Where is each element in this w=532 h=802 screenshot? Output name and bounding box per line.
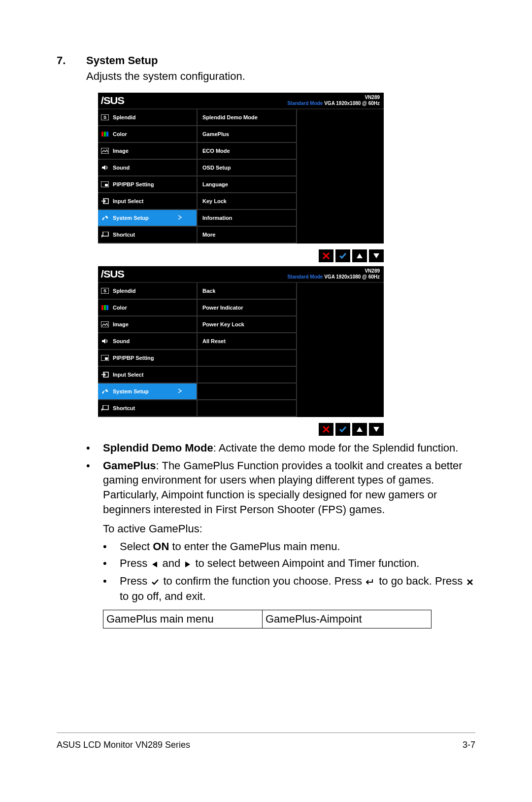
submenu-item-language: Language bbox=[198, 176, 296, 193]
menu-item-label: Shortcut bbox=[113, 232, 135, 238]
svg-rect-2 bbox=[101, 132, 103, 137]
menu-item-input-select: Input Select bbox=[98, 193, 197, 210]
submenu-item-empty bbox=[198, 384, 296, 400]
asus-logo: /SUS bbox=[101, 269, 124, 280]
close-icon bbox=[319, 249, 333, 262]
menu-item-image: Image bbox=[98, 316, 197, 333]
svg-text:S: S bbox=[103, 115, 106, 120]
svg-rect-7 bbox=[105, 184, 108, 186]
submenu-item-more: More bbox=[198, 227, 296, 244]
submenu-item-all-reset: All Reset bbox=[198, 333, 296, 350]
submenu-item-gameplus: GamePlus bbox=[198, 126, 296, 143]
chevron-right-icon bbox=[178, 388, 182, 394]
submenu-item-splendid-demo-mode: Splendid Demo Mode bbox=[198, 109, 296, 126]
osd-nav-buttons bbox=[98, 423, 384, 436]
menu-item-shortcut: Shortcut bbox=[98, 400, 197, 417]
submenu-item-eco-mode: ECO Mode bbox=[198, 143, 296, 160]
right-arrow-icon bbox=[184, 557, 191, 572]
s-icon: S bbox=[101, 288, 109, 294]
menu-item-color: Color bbox=[98, 126, 197, 143]
sound-icon bbox=[101, 338, 109, 344]
menu-item-label: Image bbox=[113, 148, 129, 154]
svg-rect-21 bbox=[103, 405, 108, 410]
footer-right: 3-7 bbox=[463, 740, 475, 750]
color-icon bbox=[101, 305, 109, 311]
input-icon bbox=[101, 372, 109, 378]
menu-item-label: Input Select bbox=[113, 198, 143, 204]
menu-item-label: PIP/PBP Setting bbox=[113, 181, 154, 187]
sound-icon bbox=[101, 165, 109, 171]
menu-item-label: Color bbox=[113, 305, 127, 311]
page-footer: ASUS LCD Monitor VN289 Series 3-7 bbox=[57, 732, 475, 750]
section-description: Adjusts the system configuration. bbox=[86, 70, 475, 83]
s-icon: S bbox=[101, 114, 109, 120]
back-icon bbox=[366, 575, 375, 590]
svg-rect-13 bbox=[101, 305, 103, 310]
pip-icon bbox=[101, 181, 109, 187]
color-icon bbox=[101, 131, 109, 137]
menu-item-label: Splendid bbox=[113, 114, 135, 120]
menu-item-label: System Setup bbox=[113, 215, 149, 221]
up-icon bbox=[352, 423, 367, 436]
submenu-item-empty bbox=[198, 400, 296, 417]
osd-header-info: VN289 Standard Mode VGA 1920x1080 @ 60Hz bbox=[287, 268, 380, 280]
shortcut-icon bbox=[101, 232, 109, 238]
menu-item-sound: Sound bbox=[98, 333, 197, 350]
check-icon bbox=[151, 575, 159, 590]
shortcut-icon bbox=[101, 405, 109, 411]
submenu-item-back: Back bbox=[198, 283, 296, 300]
svg-rect-18 bbox=[105, 357, 108, 360]
osd-screenshot-1: /SUS VN289 Standard Mode VGA 1920x1080 @… bbox=[98, 93, 475, 262]
setup-icon bbox=[101, 388, 109, 394]
down-icon bbox=[369, 423, 384, 436]
table-cell-main-menu: GamePlus main menu bbox=[103, 610, 263, 628]
pip-icon bbox=[101, 355, 109, 361]
menu-item-color: Color bbox=[98, 300, 197, 316]
gameplus-table: GamePlus main menu GamePlus-Aimpoint bbox=[103, 610, 432, 628]
menu-item-pip-pbp-setting: PIP/PBP Setting bbox=[98, 350, 197, 367]
svg-rect-3 bbox=[104, 132, 106, 137]
close-icon bbox=[319, 423, 333, 436]
submenu-item-key-lock: Key Lock bbox=[198, 193, 296, 210]
menu-item-pip-pbp-setting: PIP/PBP Setting bbox=[98, 176, 197, 193]
svg-text:S: S bbox=[103, 288, 106, 293]
check-icon bbox=[335, 423, 350, 436]
osd-header-info: VN289 Standard Mode VGA 1920x1080 @ 60Hz bbox=[287, 95, 380, 106]
menu-item-label: PIP/PBP Setting bbox=[113, 355, 154, 361]
submenu-item-power-indicator: Power Indicator bbox=[198, 300, 296, 316]
menu-item-label: Sound bbox=[113, 338, 130, 344]
svg-rect-5 bbox=[101, 148, 109, 154]
sub-bullet-press-arrows: • Press and to select between Aimpoint a… bbox=[103, 556, 475, 572]
asus-logo: /SUS bbox=[101, 95, 124, 106]
svg-rect-16 bbox=[101, 321, 109, 327]
section-number: 7. bbox=[57, 54, 86, 67]
up-icon bbox=[352, 249, 367, 262]
svg-rect-10 bbox=[103, 232, 108, 236]
model-label: VN289 bbox=[287, 95, 380, 101]
svg-point-20 bbox=[102, 392, 104, 394]
section-heading: 7. System Setup bbox=[57, 54, 475, 67]
submenu-item-osd-setup: OSD Setup bbox=[198, 160, 296, 176]
section-title: System Setup bbox=[86, 54, 158, 67]
setup-icon bbox=[101, 215, 109, 221]
gameplus-intro: To active GamePlus: bbox=[103, 522, 475, 536]
sub-bullet-select-on: • Select ON to enter the GamePlus main m… bbox=[103, 539, 475, 554]
menu-item-label: Color bbox=[113, 131, 127, 137]
footer-left: ASUS LCD Monitor VN289 Series bbox=[57, 740, 190, 750]
bullet-gameplus: • GamePlus: The GamePlus Function provid… bbox=[86, 458, 475, 517]
sub-bullet-press-confirm: • Press to confirm the function you choo… bbox=[103, 574, 475, 604]
menu-item-label: Shortcut bbox=[113, 405, 135, 411]
menu-item-shortcut: Shortcut bbox=[98, 227, 197, 244]
menu-item-sound: Sound bbox=[98, 160, 197, 176]
model-label: VN289 bbox=[287, 268, 380, 274]
menu-item-label: Input Select bbox=[113, 372, 143, 378]
check-icon bbox=[335, 249, 350, 262]
osd-nav-buttons bbox=[98, 249, 384, 262]
submenu-item-empty bbox=[198, 367, 296, 384]
input-icon bbox=[101, 198, 109, 204]
close-icon bbox=[466, 575, 473, 590]
bullet-splendid-demo: • Splendid Demo Mode: Activate the demo … bbox=[86, 441, 475, 455]
down-icon bbox=[369, 249, 384, 262]
menu-item-system-setup: System Setup bbox=[98, 384, 197, 400]
svg-point-9 bbox=[102, 219, 104, 220]
